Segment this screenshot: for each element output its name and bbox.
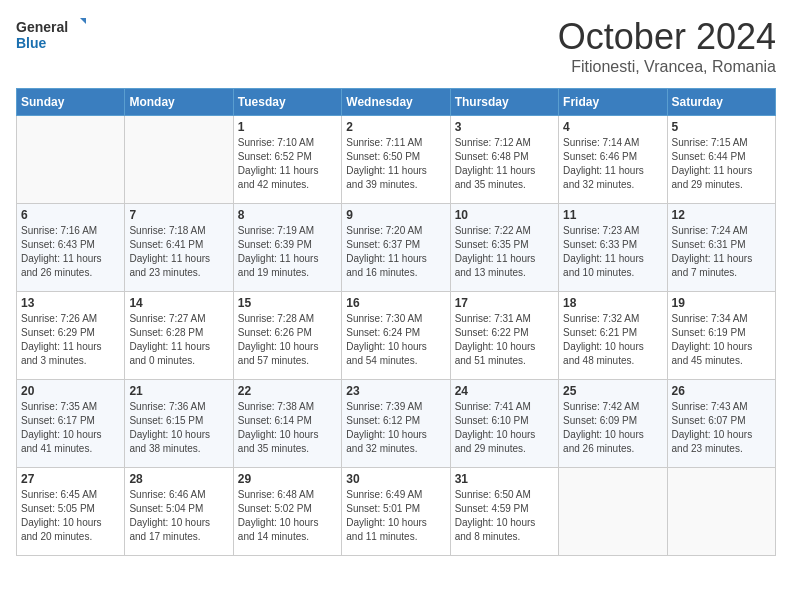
day-info: Sunrise: 7:39 AM Sunset: 6:12 PM Dayligh… (346, 400, 445, 456)
calendar-cell: 31 Sunrise: 6:50 AM Sunset: 4:59 PM Dayl… (450, 468, 558, 556)
day-number: 9 (346, 208, 445, 222)
day-info: Sunrise: 7:43 AM Sunset: 6:07 PM Dayligh… (672, 400, 771, 456)
day-info: Sunrise: 7:41 AM Sunset: 6:10 PM Dayligh… (455, 400, 554, 456)
daylight-text: Daylight: 11 hours and 26 minutes. (21, 253, 102, 278)
sunset-text: Sunset: 5:01 PM (346, 503, 420, 514)
calendar-cell: 12 Sunrise: 7:24 AM Sunset: 6:31 PM Dayl… (667, 204, 775, 292)
daylight-text: Daylight: 11 hours and 23 minutes. (129, 253, 210, 278)
day-number: 28 (129, 472, 228, 486)
calendar-cell: 18 Sunrise: 7:32 AM Sunset: 6:21 PM Dayl… (559, 292, 667, 380)
sunset-text: Sunset: 4:59 PM (455, 503, 529, 514)
sunset-text: Sunset: 6:37 PM (346, 239, 420, 250)
day-number: 25 (563, 384, 662, 398)
day-number: 19 (672, 296, 771, 310)
weekday-header: Sunday (17, 89, 125, 116)
day-info: Sunrise: 6:49 AM Sunset: 5:01 PM Dayligh… (346, 488, 445, 544)
sunrise-text: Sunrise: 6:48 AM (238, 489, 314, 500)
sunset-text: Sunset: 6:43 PM (21, 239, 95, 250)
sunset-text: Sunset: 6:15 PM (129, 415, 203, 426)
day-info: Sunrise: 7:30 AM Sunset: 6:24 PM Dayligh… (346, 312, 445, 368)
sunset-text: Sunset: 6:50 PM (346, 151, 420, 162)
day-info: Sunrise: 7:12 AM Sunset: 6:48 PM Dayligh… (455, 136, 554, 192)
day-number: 13 (21, 296, 120, 310)
weekday-header: Friday (559, 89, 667, 116)
daylight-text: Daylight: 10 hours and 54 minutes. (346, 341, 427, 366)
day-info: Sunrise: 7:38 AM Sunset: 6:14 PM Dayligh… (238, 400, 337, 456)
daylight-text: Daylight: 10 hours and 17 minutes. (129, 517, 210, 542)
day-info: Sunrise: 6:50 AM Sunset: 4:59 PM Dayligh… (455, 488, 554, 544)
sunset-text: Sunset: 6:44 PM (672, 151, 746, 162)
daylight-text: Daylight: 10 hours and 45 minutes. (672, 341, 753, 366)
weekday-header: Wednesday (342, 89, 450, 116)
daylight-text: Daylight: 10 hours and 26 minutes. (563, 429, 644, 454)
sunset-text: Sunset: 6:52 PM (238, 151, 312, 162)
sunset-text: Sunset: 6:39 PM (238, 239, 312, 250)
calendar-cell: 10 Sunrise: 7:22 AM Sunset: 6:35 PM Dayl… (450, 204, 558, 292)
daylight-text: Daylight: 11 hours and 29 minutes. (672, 165, 753, 190)
day-number: 23 (346, 384, 445, 398)
day-number: 7 (129, 208, 228, 222)
calendar-cell: 26 Sunrise: 7:43 AM Sunset: 6:07 PM Dayl… (667, 380, 775, 468)
daylight-text: Daylight: 10 hours and 23 minutes. (672, 429, 753, 454)
sunrise-text: Sunrise: 7:11 AM (346, 137, 422, 148)
day-number: 10 (455, 208, 554, 222)
sunrise-text: Sunrise: 7:41 AM (455, 401, 531, 412)
sunset-text: Sunset: 6:26 PM (238, 327, 312, 338)
svg-text:Blue: Blue (16, 35, 47, 51)
calendar-week-row: 6 Sunrise: 7:16 AM Sunset: 6:43 PM Dayli… (17, 204, 776, 292)
day-number: 6 (21, 208, 120, 222)
daylight-text: Daylight: 10 hours and 48 minutes. (563, 341, 644, 366)
day-info: Sunrise: 7:27 AM Sunset: 6:28 PM Dayligh… (129, 312, 228, 368)
sunset-text: Sunset: 6:12 PM (346, 415, 420, 426)
weekday-header: Monday (125, 89, 233, 116)
daylight-text: Daylight: 10 hours and 51 minutes. (455, 341, 536, 366)
sunrise-text: Sunrise: 7:36 AM (129, 401, 205, 412)
sunrise-text: Sunrise: 7:39 AM (346, 401, 422, 412)
calendar-cell: 24 Sunrise: 7:41 AM Sunset: 6:10 PM Dayl… (450, 380, 558, 468)
calendar-cell (125, 116, 233, 204)
day-info: Sunrise: 7:18 AM Sunset: 6:41 PM Dayligh… (129, 224, 228, 280)
day-info: Sunrise: 7:28 AM Sunset: 6:26 PM Dayligh… (238, 312, 337, 368)
daylight-text: Daylight: 11 hours and 10 minutes. (563, 253, 644, 278)
sunset-text: Sunset: 6:29 PM (21, 327, 95, 338)
day-number: 20 (21, 384, 120, 398)
daylight-text: Daylight: 11 hours and 19 minutes. (238, 253, 319, 278)
calendar-cell: 22 Sunrise: 7:38 AM Sunset: 6:14 PM Dayl… (233, 380, 341, 468)
calendar-cell: 4 Sunrise: 7:14 AM Sunset: 6:46 PM Dayli… (559, 116, 667, 204)
logo-svg: General Blue (16, 16, 86, 56)
calendar-cell: 29 Sunrise: 6:48 AM Sunset: 5:02 PM Dayl… (233, 468, 341, 556)
calendar-cell: 13 Sunrise: 7:26 AM Sunset: 6:29 PM Dayl… (17, 292, 125, 380)
day-number: 8 (238, 208, 337, 222)
daylight-text: Daylight: 11 hours and 39 minutes. (346, 165, 427, 190)
daylight-text: Daylight: 11 hours and 32 minutes. (563, 165, 644, 190)
sunset-text: Sunset: 6:17 PM (21, 415, 95, 426)
calendar-week-row: 1 Sunrise: 7:10 AM Sunset: 6:52 PM Dayli… (17, 116, 776, 204)
sunset-text: Sunset: 5:02 PM (238, 503, 312, 514)
sunset-text: Sunset: 6:07 PM (672, 415, 746, 426)
calendar-cell: 9 Sunrise: 7:20 AM Sunset: 6:37 PM Dayli… (342, 204, 450, 292)
daylight-text: Daylight: 10 hours and 20 minutes. (21, 517, 102, 542)
sunset-text: Sunset: 6:14 PM (238, 415, 312, 426)
calendar-cell: 5 Sunrise: 7:15 AM Sunset: 6:44 PM Dayli… (667, 116, 775, 204)
sunrise-text: Sunrise: 7:38 AM (238, 401, 314, 412)
calendar-cell: 15 Sunrise: 7:28 AM Sunset: 6:26 PM Dayl… (233, 292, 341, 380)
sunrise-text: Sunrise: 7:12 AM (455, 137, 531, 148)
day-number: 14 (129, 296, 228, 310)
daylight-text: Daylight: 10 hours and 29 minutes. (455, 429, 536, 454)
day-info: Sunrise: 7:23 AM Sunset: 6:33 PM Dayligh… (563, 224, 662, 280)
day-info: Sunrise: 7:32 AM Sunset: 6:21 PM Dayligh… (563, 312, 662, 368)
day-info: Sunrise: 7:35 AM Sunset: 6:17 PM Dayligh… (21, 400, 120, 456)
sunset-text: Sunset: 5:04 PM (129, 503, 203, 514)
day-number: 12 (672, 208, 771, 222)
sunrise-text: Sunrise: 7:18 AM (129, 225, 205, 236)
location-subtitle: Fitionesti, Vrancea, Romania (558, 58, 776, 76)
sunrise-text: Sunrise: 7:16 AM (21, 225, 97, 236)
day-info: Sunrise: 7:24 AM Sunset: 6:31 PM Dayligh… (672, 224, 771, 280)
day-info: Sunrise: 7:36 AM Sunset: 6:15 PM Dayligh… (129, 400, 228, 456)
sunrise-text: Sunrise: 7:23 AM (563, 225, 639, 236)
sunrise-text: Sunrise: 6:50 AM (455, 489, 531, 500)
day-info: Sunrise: 7:11 AM Sunset: 6:50 PM Dayligh… (346, 136, 445, 192)
day-number: 16 (346, 296, 445, 310)
day-number: 24 (455, 384, 554, 398)
day-number: 1 (238, 120, 337, 134)
